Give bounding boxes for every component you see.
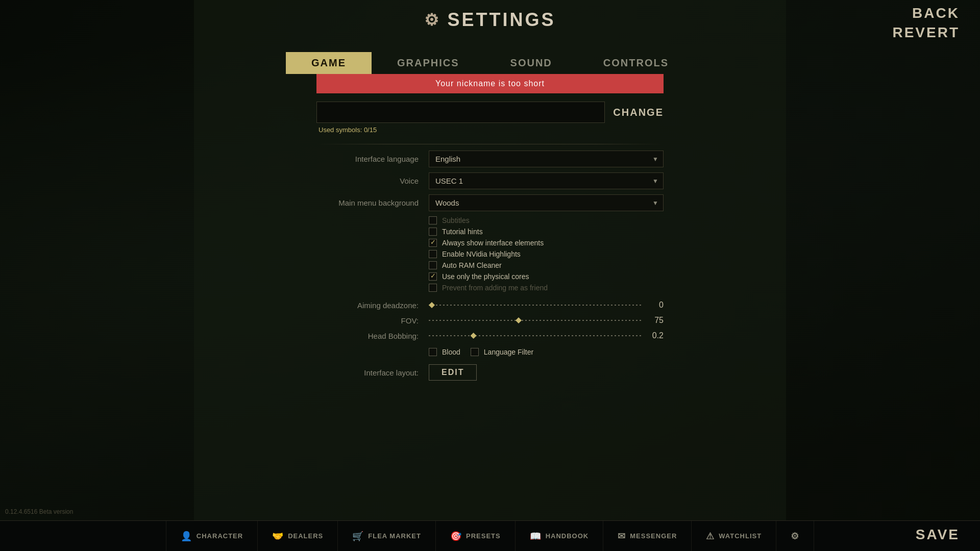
auto-ram-row: Auto RAM Cleaner [429,261,664,269]
fov-row: FOV: 75 [316,315,664,325]
tutorial-hints-row: Tutorial hints [429,228,664,236]
main-menu-bg-select[interactable]: Woods Factory Customs Interchange [429,194,664,211]
filter-row: Blood Language Filter [429,348,664,359]
interface-language-select-wrapper: English Russian German French ▼ [429,151,664,167]
head-bobbing-label: Head Bobbing: [316,332,429,340]
aiming-deadzone-row: Aiming deadzone: 0 [316,300,664,310]
nav-character[interactable]: 👤 CHARACTER [166,521,258,551]
always-show-label: Always show interface elements [442,239,544,247]
nav-settings[interactable]: ⚙ [776,521,814,551]
interface-language-label: Interface language [316,155,429,163]
always-show-checkbox[interactable] [429,239,437,247]
blood-checkbox[interactable] [429,348,437,356]
head-bobbing-slider[interactable] [429,331,643,341]
nav-watchlist[interactable]: ⚠ WATCHLIST [692,521,776,551]
dealers-label: DEALERS [288,532,323,540]
aiming-deadzone-value: 0 [648,300,664,310]
nvidia-row: Enable NVidia Highlights [429,250,664,258]
always-show-row: Always show interface elements [429,239,664,247]
subtitles-label: Subtitles [442,216,470,224]
tutorial-hints-label: Tutorial hints [442,228,483,236]
interface-language-row: Interface language English Russian Germa… [316,151,664,167]
head-bobbing-wrapper: 0.2 [429,331,664,341]
version-text: 0.12.4.6516 Beta version [5,508,73,515]
tab-game[interactable]: GAME [286,52,372,74]
interface-language-select[interactable]: English Russian German French [429,151,664,167]
messenger-label: MESSENGER [630,532,677,540]
voice-select[interactable]: USEC 1 USEC 2 BEAR 1 BEAR 2 [429,172,664,189]
nav-handbook[interactable]: 📖 HANDBOOK [516,521,604,551]
used-symbols: Used symbols: 0/15 [316,126,664,134]
nvidia-highlights-label: Enable NVidia Highlights [442,250,521,258]
auto-ram-cleaner-label: Auto RAM Cleaner [442,261,502,269]
voice-row: Voice USEC 1 USEC 2 BEAR 1 BEAR 2 ▼ [316,172,664,189]
tab-sound[interactable]: SOUND [485,52,578,74]
bottom-bar: 👤 CHARACTER 🤝 DEALERS 🛒 FLEA MARKET 🎯 PR… [0,520,980,551]
tab-bar: GAME GRAPHICS SOUND CONTROLS [0,52,980,74]
nickname-input[interactable] [316,102,605,123]
presets-icon: 🎯 [450,531,462,542]
physical-cores-checkbox[interactable] [429,272,437,281]
head-bobbing-row: Head Bobbing: 0.2 [316,331,664,341]
voice-select-wrapper: USEC 1 USEC 2 BEAR 1 BEAR 2 ▼ [429,172,664,189]
blood-row: Blood [429,348,460,356]
fov-wrapper: 75 [429,315,664,325]
language-filter-checkbox[interactable] [471,348,479,356]
nickname-row: CHANGE [316,102,664,123]
error-banner: Your nickname is too short [316,74,664,93]
blood-label: Blood [442,348,460,356]
physical-cores-row: Use only the physical cores [429,272,664,281]
gear-icon: ⚙ [424,10,441,30]
nav-flea-market[interactable]: 🛒 FLEA MARKET [338,521,436,551]
nav-messenger[interactable]: ✉ MESSENGER [603,521,692,551]
main-menu-bg-select-wrapper: Woods Factory Customs Interchange ▼ [429,194,664,211]
aiming-deadzone-slider[interactable] [429,300,643,310]
watchlist-icon: ⚠ [706,531,715,542]
main-menu-bg-label: Main menu background [316,198,429,207]
subtitles-row: Subtitles [429,216,664,224]
character-label: CHARACTER [197,532,243,540]
slider-section: Aiming deadzone: 0 FOV: 75 Head Bobbing: [316,300,664,341]
subtitles-checkbox[interactable] [429,216,437,224]
flea-market-icon: 🛒 [352,531,364,542]
messenger-icon: ✉ [618,531,626,542]
settings-title: ⚙ SETTINGS [424,9,555,31]
voice-label: Voice [316,177,429,185]
watchlist-label: WATCHLIST [719,532,762,540]
prevent-friend-row: Prevent from adding me as friend [429,284,664,292]
dealers-icon: 🤝 [272,531,284,542]
nvidia-highlights-checkbox[interactable] [429,250,437,258]
flea-market-label: FLEA MARKET [368,532,421,540]
handbook-icon: 📖 [530,531,542,542]
edit-layout-button[interactable]: EDIT [429,364,477,381]
aiming-deadzone-label: Aiming deadzone: [316,301,429,310]
save-button[interactable]: SAVE [916,527,960,543]
language-filter-label: Language Filter [484,348,533,356]
change-button[interactable]: CHANGE [613,107,664,118]
language-filter-row: Language Filter [471,348,533,356]
physical-cores-label: Use only the physical cores [442,272,529,281]
interface-layout-label: Interface layout: [316,368,429,377]
aiming-deadzone-wrapper: 0 [429,300,664,310]
prevent-friend-checkbox[interactable] [429,284,437,292]
settings-nav-icon: ⚙ [791,531,799,542]
tab-graphics[interactable]: GRAPHICS [372,52,485,74]
back-button[interactable]: BACK [912,5,960,21]
main-menu-bg-row: Main menu background Woods Factory Custo… [316,194,664,211]
checkbox-section: Subtitles Tutorial hints Always show int… [429,216,664,292]
fov-label: FOV: [316,316,429,325]
fov-slider[interactable] [429,315,643,325]
auto-ram-cleaner-checkbox[interactable] [429,261,437,269]
head-bobbing-value: 0.2 [648,331,664,340]
interface-layout-row: Interface layout: EDIT [316,364,664,381]
tutorial-hints-checkbox[interactable] [429,228,437,236]
tab-controls[interactable]: CONTROLS [578,52,694,74]
prevent-friend-label: Prevent from adding me as friend [442,284,548,292]
character-icon: 👤 [181,531,192,542]
handbook-label: HANDBOOK [546,532,589,540]
revert-button[interactable]: REVERT [892,24,960,41]
nav-dealers[interactable]: 🤝 DEALERS [258,521,338,551]
nav-presets[interactable]: 🎯 PRESETS [436,521,516,551]
presets-label: PRESETS [466,532,501,540]
fov-value: 75 [648,316,664,325]
